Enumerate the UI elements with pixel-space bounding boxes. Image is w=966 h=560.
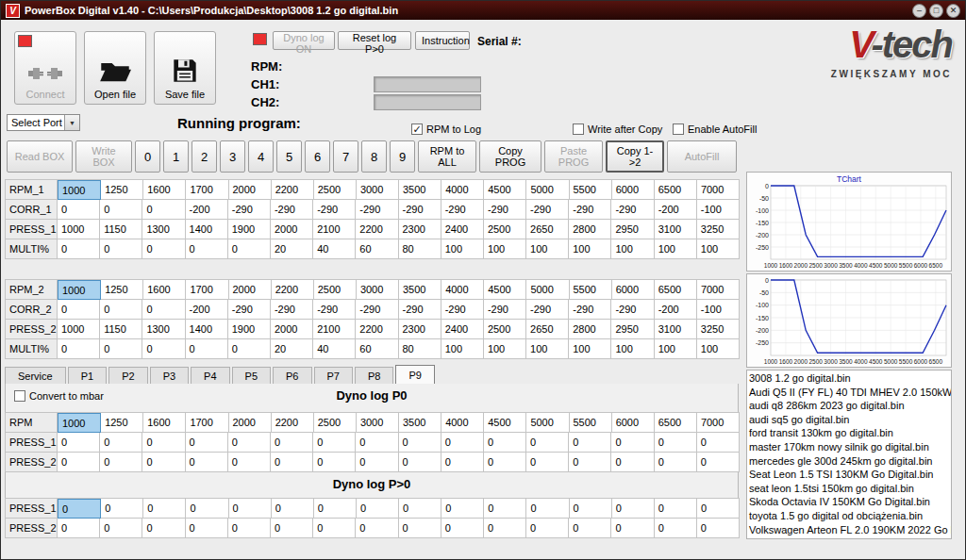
value-cell[interactable]: 1150 [100, 320, 142, 339]
value-cell[interactable]: 0 [142, 239, 185, 259]
digit-button-7[interactable]: 7 [333, 140, 358, 173]
value-cell[interactable]: 0 [100, 339, 142, 359]
digit-button-8[interactable]: 8 [361, 140, 387, 173]
value-cell[interactable]: 0 [399, 499, 441, 519]
value-cell[interactable]: 3500 [399, 280, 441, 300]
value-cell[interactable]: 100 [441, 339, 484, 359]
value-cell[interactable]: 0 [186, 239, 228, 259]
value-cell[interactable]: 5500 [570, 180, 612, 200]
copy-1-to-2-button[interactable]: Copy 1->2 [606, 140, 664, 173]
value-cell[interactable]: 0 [399, 453, 441, 472]
value-cell[interactable]: 0 [100, 200, 142, 220]
tab-p9[interactable]: P9 [395, 365, 434, 384]
write-after-copy-checkbox[interactable]: Write after Copy [573, 124, 662, 135]
value-cell[interactable]: -290 [484, 300, 526, 320]
value-cell[interactable]: -290 [271, 200, 313, 220]
value-cell[interactable]: 3500 [399, 180, 441, 200]
value-cell[interactable]: 0 [399, 433, 441, 453]
value-cell[interactable]: 2500 [484, 320, 526, 339]
file-list-item[interactable]: mercedes gle 300d 245km go digital.bin [749, 454, 949, 469]
value-cell[interactable]: 80 [399, 339, 441, 359]
value-cell[interactable]: 0 [484, 519, 526, 538]
value-cell[interactable]: 0 [142, 300, 185, 320]
file-list[interactable]: 3008 1.2 go digital.binAudi Q5 II (FY FL… [746, 370, 952, 539]
value-cell[interactable]: -290 [569, 200, 611, 220]
value-cell[interactable]: 0 [271, 433, 313, 453]
value-cell[interactable]: 0 [186, 453, 228, 472]
value-cell[interactable]: -290 [271, 300, 313, 320]
value-cell[interactable]: 0 [142, 339, 185, 359]
reset-log-button[interactable]: Reset log P>0 [338, 31, 411, 50]
value-cell[interactable]: 4500 [484, 413, 526, 433]
minimize-icon[interactable]: – [912, 4, 926, 18]
value-cell[interactable]: 2200 [356, 320, 398, 339]
value-cell[interactable]: 3250 [697, 320, 740, 339]
value-cell[interactable]: 0 [100, 239, 142, 259]
value-cell[interactable]: 6500 [655, 180, 697, 200]
value-cell[interactable]: -290 [484, 200, 526, 220]
value-cell[interactable]: 1000 [58, 413, 101, 433]
value-cell[interactable]: 60 [356, 239, 398, 259]
value-cell[interactable]: 2000 [229, 280, 272, 300]
value-cell[interactable]: 0 [441, 453, 484, 472]
file-list-item[interactable]: Audi Q5 II (FY FL) 40 TDI MHEV 2.0 150kW… [749, 386, 949, 400]
value-cell[interactable]: 0 [143, 499, 186, 519]
value-cell[interactable]: 2200 [272, 413, 314, 433]
value-cell[interactable]: -290 [313, 200, 356, 220]
instruction-button[interactable]: Instruction [415, 31, 470, 50]
value-cell[interactable]: 0 [58, 339, 100, 359]
value-cell[interactable]: 0 [229, 499, 272, 519]
value-cell[interactable]: 0 [697, 453, 740, 472]
value-cell[interactable]: 3000 [357, 413, 399, 433]
value-cell[interactable]: 1250 [101, 413, 143, 433]
file-list-item[interactable]: audi q8 286km 2023 go digital.bin [749, 399, 949, 413]
value-cell[interactable]: -290 [228, 300, 271, 320]
value-cell[interactable]: 0 [58, 300, 100, 320]
value-cell[interactable]: 80 [399, 239, 441, 259]
value-cell[interactable]: 7000 [697, 413, 740, 433]
value-cell[interactable]: 2400 [441, 320, 484, 339]
file-list-item[interactable]: Volkswagen Arteon FL 2.0 190KM 2022 Go D… [749, 523, 949, 537]
value-cell[interactable]: 4500 [484, 180, 526, 200]
value-cell[interactable]: 1000 [58, 280, 101, 300]
value-cell[interactable]: 0 [655, 453, 697, 472]
value-cell[interactable]: 0 [58, 433, 100, 453]
value-cell[interactable]: 0 [186, 499, 228, 519]
value-cell[interactable]: 1000 [58, 320, 100, 339]
value-cell[interactable]: -100 [697, 200, 740, 220]
value-cell[interactable]: 100 [441, 239, 484, 259]
value-cell[interactable]: 0 [58, 519, 100, 538]
value-cell[interactable]: 2500 [314, 180, 357, 200]
save-file-button[interactable]: Save file [154, 31, 216, 105]
value-cell[interactable]: 6500 [655, 413, 697, 433]
file-list-item[interactable]: 3008 1.2 go digital.bin [749, 371, 949, 386]
value-cell[interactable]: 2200 [272, 180, 314, 200]
value-cell[interactable]: 2650 [526, 220, 569, 239]
value-cell[interactable]: 5000 [526, 413, 569, 433]
value-cell[interactable]: 0 [569, 433, 611, 453]
value-cell[interactable]: -290 [611, 200, 654, 220]
read-box-button[interactable]: Read BOX [7, 140, 73, 173]
value-cell[interactable]: 0 [655, 433, 697, 453]
value-cell[interactable]: 100 [611, 339, 654, 359]
value-cell[interactable]: 100 [526, 239, 569, 259]
write-box-button[interactable]: Write BOX [75, 140, 132, 173]
rpm-to-log-checkbox[interactable]: ✓ RPM to Log [411, 124, 481, 135]
value-cell[interactable]: 4000 [441, 413, 484, 433]
value-cell[interactable]: 0 [100, 433, 142, 453]
value-cell[interactable]: 40 [313, 239, 356, 259]
value-cell[interactable]: 6000 [612, 180, 655, 200]
rpm-to-all-button[interactable]: RPM to ALL [418, 140, 476, 173]
file-list-item[interactable]: Skoda Octavia IV 150KM Go Digital.bin [749, 495, 949, 509]
value-cell[interactable]: 60 [356, 339, 398, 359]
value-cell[interactable]: 0 [100, 453, 142, 472]
value-cell[interactable]: 1400 [186, 320, 228, 339]
value-cell[interactable]: -200 [186, 200, 228, 220]
value-cell[interactable]: 1250 [101, 180, 143, 200]
value-cell[interactable]: 0 [142, 453, 185, 472]
file-list-item[interactable]: seat leon 1.5tsi 150km go digital.bin [749, 482, 949, 496]
value-cell[interactable]: 0 [58, 239, 100, 259]
value-cell[interactable]: 1000 [58, 220, 100, 239]
value-cell[interactable]: 0 [484, 453, 526, 472]
value-cell[interactable]: 0 [58, 499, 101, 519]
